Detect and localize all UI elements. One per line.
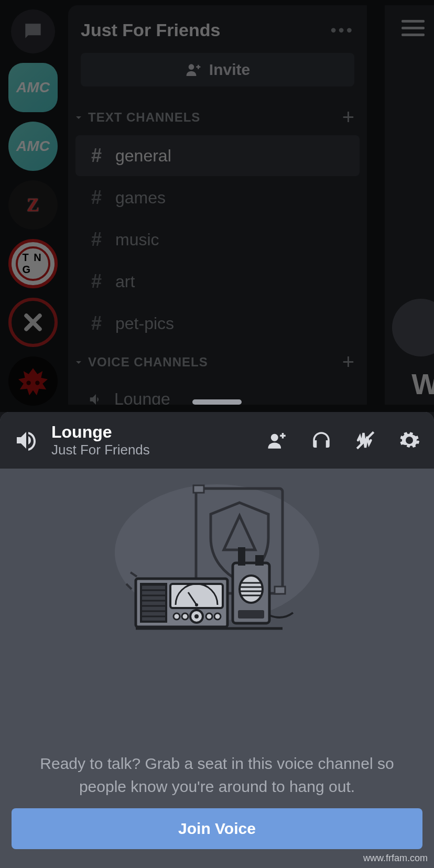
add-user-icon [185, 61, 202, 78]
chevron-down-icon [72, 356, 85, 368]
watermark: www.frfam.com [363, 853, 428, 864]
svg-point-13 [240, 576, 263, 603]
server-tng[interactable]: T N G [8, 239, 58, 288]
dm-button[interactable] [11, 9, 55, 53]
svg-rect-11 [238, 547, 245, 566]
text-channel-list: #general#games#music#art#pet-pics [68, 135, 367, 344]
add-voice-channel-icon[interactable]: + [342, 350, 354, 374]
channel-label: pet-pics [115, 314, 174, 333]
invite-button[interactable]: Invite [81, 53, 354, 86]
add-user-icon[interactable] [266, 429, 288, 451]
svg-rect-12 [255, 555, 264, 566]
voice-sheet: Lounge Just For Friends [0, 412, 434, 868]
gear-icon[interactable] [398, 429, 420, 451]
speaker-icon [88, 392, 104, 405]
channel-label: Lounge [114, 389, 170, 405]
svg-point-28 [206, 613, 212, 620]
members-panel-sliver[interactable]: W [385, 5, 434, 405]
channel-label: games [115, 188, 166, 208]
svg-point-29 [214, 613, 221, 620]
server-title: Just For Friends [81, 20, 220, 40]
svg-rect-8 [275, 587, 285, 594]
text-channel-games[interactable]: #games [75, 177, 360, 218]
text-channel-pet-pics[interactable]: #pet-pics [75, 303, 360, 344]
text-channels-header[interactable]: TEXT CHANNELS + [68, 100, 367, 134]
svg-point-2 [188, 64, 194, 70]
server-amc-1[interactable]: AMC [8, 63, 58, 112]
voice-server-name: Just For Friends [51, 442, 254, 458]
hamburger-icon[interactable] [402, 16, 425, 40]
text-channels-label: TEXT CHANNELS [88, 110, 200, 125]
speaker-icon [14, 428, 39, 453]
svg-point-25 [194, 614, 199, 619]
voice-channels-header[interactable]: VOICE CHANNELS + [68, 345, 367, 379]
server-z[interactable]: Z [8, 180, 58, 230]
hash-icon: # [88, 270, 105, 292]
invite-label: Invite [209, 61, 250, 79]
voice-header: Lounge Just For Friends [0, 412, 434, 469]
channel-label: art [115, 272, 135, 291]
voice-illustration [104, 479, 330, 652]
text-channel-general[interactable]: #general [75, 135, 360, 176]
hash-icon: # [88, 229, 105, 251]
server-bowser[interactable] [8, 356, 58, 406]
text-channel-music[interactable]: #music [75, 219, 360, 260]
member-initial: W [411, 367, 434, 401]
member-avatar [392, 299, 434, 356]
voice-channel-name: Lounge [51, 422, 254, 442]
headphones-icon[interactable] [310, 429, 332, 451]
server-menu-icon[interactable]: ••• [330, 20, 354, 40]
svg-rect-18 [238, 610, 264, 619]
sheet-drag-handle[interactable] [192, 399, 242, 405]
channel-label: music [115, 230, 159, 249]
svg-point-1 [35, 381, 39, 385]
voice-prompt: Ready to talk? Grab a seat in this voice… [0, 752, 434, 798]
svg-rect-7 [193, 485, 204, 493]
text-channel-art[interactable]: #art [75, 261, 360, 302]
voice-channels-label: VOICE CHANNELS [88, 355, 208, 370]
svg-point-0 [26, 381, 30, 385]
hash-icon: # [88, 145, 105, 167]
voice-body: Ready to talk? Grab a seat in this voice… [0, 469, 434, 808]
hash-icon: # [88, 312, 105, 334]
channel-label: general [115, 146, 171, 166]
add-text-channel-icon[interactable]: + [342, 105, 354, 129]
server-header[interactable]: Just For Friends ••• [68, 5, 367, 53]
channel-panel: Just For Friends ••• Invite TEXT CHANNEL… [68, 5, 367, 405]
svg-point-3 [271, 434, 278, 441]
server-rail: AMC AMC Z T N G [0, 0, 66, 412]
join-voice-button[interactable]: Join Voice [12, 808, 422, 849]
hash-icon: # [88, 187, 105, 209]
speech-bubble-icon [21, 20, 45, 43]
svg-point-26 [173, 613, 180, 620]
server-amc-2[interactable]: AMC [8, 122, 58, 171]
svg-point-27 [182, 613, 188, 620]
noise-suppression-icon[interactable] [354, 429, 376, 451]
join-voice-label: Join Voice [178, 820, 256, 838]
chevron-down-icon [72, 111, 85, 124]
voice-actions [266, 429, 420, 451]
bowser-icon [15, 363, 51, 399]
server-tools[interactable] [8, 298, 58, 347]
